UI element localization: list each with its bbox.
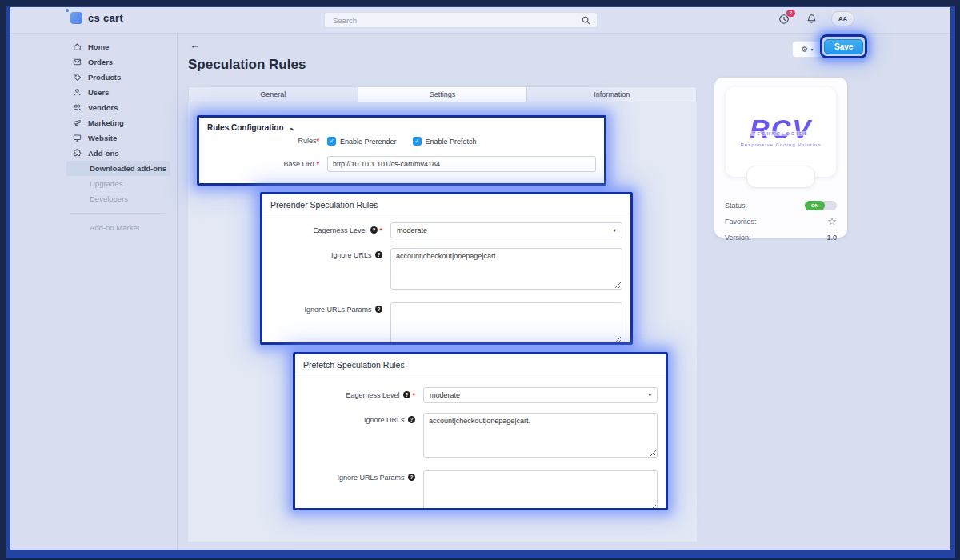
version-row: Version: 1.0	[725, 230, 837, 246]
favorite-star-icon[interactable]: ☆	[827, 217, 837, 226]
marketing-megaphone-icon	[72, 118, 82, 128]
expand-icon[interactable]: ▸	[290, 126, 294, 131]
prerender-eagerness-label: Eagerness Level ? *	[262, 226, 390, 234]
prefetch-ignore-urls-label: Ignore URLs ?	[295, 413, 423, 424]
vendors-people-icon	[72, 103, 82, 113]
help-icon[interactable]: ?	[375, 306, 382, 313]
prerender-eagerness-select[interactable]: moderate ▾	[390, 222, 622, 238]
topbar: cs cart 2 AA	[10, 7, 950, 34]
sidebar-item-home[interactable]: Home	[70, 39, 170, 54]
sidebar-item-upgrades[interactable]: Upgrades	[70, 176, 170, 191]
sidebar-item-orders[interactable]: Orders	[70, 54, 170, 70]
addon-vendor-logo: RCV TECHNOLOGIES Responsive Coding Volut…	[726, 87, 836, 177]
orders-icon	[72, 58, 82, 67]
prerender-ignore-params-textarea[interactable]	[390, 302, 622, 344]
chevron-down-icon: ▾	[614, 227, 616, 234]
prerender-ignore-urls-textarea[interactable]: account|checkout|onepage|cart.	[390, 248, 622, 290]
sidebar-item-addon-market[interactable]: Add-on Market	[70, 220, 170, 235]
enable-prerender-checkbox[interactable]: ✓ Enable Prerender	[327, 137, 397, 146]
website-monitor-icon	[72, 134, 82, 143]
tab-information[interactable]: Information	[527, 87, 696, 102]
help-icon[interactable]: ?	[370, 226, 378, 234]
prerender-eagerness-row: Eagerness Level ? * moderate ▾	[262, 222, 622, 238]
base-url-input[interactable]	[327, 156, 596, 172]
cscart-logo[interactable]: cs cart	[70, 12, 123, 24]
sidebar: Home Orders Products Users Vendors Marke…	[10, 33, 178, 550]
cscart-logo-icon	[70, 12, 82, 24]
checkbox-checked-icon: ✓	[327, 137, 336, 146]
status-toggle-on: ON	[805, 201, 825, 210]
help-icon[interactable]: ?	[403, 391, 410, 398]
user-avatar[interactable]: AA	[831, 11, 854, 26]
base-url-label: Base URL*	[199, 160, 327, 168]
chevron-down-icon: ▾	[810, 46, 813, 52]
page-title: Speculation Rules	[188, 57, 306, 73]
prerender-ignore-urls-row: Ignore URLs ? account|checkout|onepage|c…	[262, 248, 622, 293]
back-button[interactable]: ←	[190, 39, 200, 51]
logo-pill-decoration	[746, 166, 815, 188]
prefetch-panel-title: Prefetch Speculation Rules	[295, 354, 666, 374]
prefetch-eagerness-row: Eagerness Level ? * moderate ▾	[295, 387, 658, 403]
status-toggle[interactable]: ON	[805, 201, 837, 210]
checkbox-checked-icon: ✓	[413, 137, 422, 146]
search-input[interactable]	[331, 15, 582, 26]
tab-settings[interactable]: Settings	[358, 87, 528, 102]
topbar-icons: 2 AA	[777, 11, 854, 26]
prefetch-ignore-urls-row: Ignore URLs ? account|checkout|onepage|c…	[295, 413, 658, 461]
products-tag-icon	[72, 73, 82, 82]
prefetch-eagerness-label: Eagerness Level ? *	[295, 391, 423, 399]
rules-configuration-title: Rules Configuration ▸	[199, 118, 604, 135]
enable-prefetch-checkbox[interactable]: ✓ Enable Prefetch	[413, 137, 477, 146]
addon-info-card: RCV TECHNOLOGIES Responsive Coding Volut…	[714, 78, 847, 238]
rcv-logo-text: RCV	[750, 117, 812, 141]
sidebar-item-downloaded-addons[interactable]: Downloaded add-ons	[66, 161, 170, 176]
window-frame: cs cart 2 AA	[0, 0, 960, 560]
sidebar-divider	[70, 213, 166, 214]
history-icon[interactable]: 2	[777, 12, 791, 26]
rcv-logo-tagline: Responsive Coding Volution	[740, 142, 821, 147]
rules-checkbox-group: ✓ Enable Prerender ✓ Enable Prefetch	[327, 135, 596, 146]
tab-general[interactable]: General	[189, 87, 358, 102]
sidebar-item-products[interactable]: Products	[70, 70, 170, 85]
notifications-bell-icon[interactable]	[804, 12, 818, 26]
sidebar-item-website[interactable]: Website	[70, 130, 170, 146]
save-button[interactable]: Save	[824, 39, 863, 54]
prerender-rules-panel: Prerender Speculation Rules Eagerness Le…	[260, 192, 633, 345]
prefetch-ignore-params-label: Ignore URLs Params ?	[295, 470, 423, 482]
sidebar-item-vendors[interactable]: Vendors	[70, 100, 170, 115]
global-search[interactable]	[324, 12, 598, 28]
user-icon	[72, 88, 82, 98]
prerender-ignore-params-row: Ignore URLs Params ?	[262, 302, 622, 345]
prefetch-ignore-params-row: Ignore URLs Params ?	[295, 470, 658, 510]
rules-configuration-panel: Rules Configuration ▸ Rules* ✓ Enable Pr…	[197, 115, 606, 186]
save-highlight: Save	[820, 34, 867, 58]
help-icon[interactable]: ?	[408, 416, 415, 423]
version-value: 1.0	[826, 234, 837, 242]
rules-row: Rules* ✓ Enable Prerender ✓ Enable Prefe…	[199, 135, 596, 146]
addons-puzzle-icon	[72, 149, 82, 158]
sidebar-item-developers[interactable]: Developers	[70, 191, 170, 206]
gear-icon: ⚙	[802, 45, 809, 54]
prefetch-ignore-params-textarea[interactable]	[423, 470, 658, 510]
favorites-row: Favorites: ☆	[725, 214, 837, 230]
settings-gear-button[interactable]: ⚙ ▾	[792, 41, 822, 58]
chevron-down-icon: ▾	[649, 392, 651, 398]
prefetch-eagerness-select[interactable]: moderate ▾	[423, 387, 658, 403]
sidebar-item-marketing[interactable]: Marketing	[70, 115, 170, 130]
prefetch-rules-panel: Prefetch Speculation Rules Eagerness Lev…	[293, 352, 668, 510]
help-icon[interactable]: ?	[375, 251, 382, 258]
cscart-logo-text: cs cart	[88, 12, 123, 24]
help-icon[interactable]: ?	[408, 474, 415, 481]
rules-label: Rules*	[199, 137, 327, 145]
prerender-panel-title: Prerender Speculation Rules	[262, 194, 630, 214]
sidebar-item-addons[interactable]: Add-ons	[70, 146, 170, 161]
prerender-ignore-urls-label: Ignore URLs ?	[262, 248, 390, 259]
prerender-ignore-params-label: Ignore URLs Params ?	[262, 302, 390, 314]
sidebar-item-users[interactable]: Users	[70, 85, 170, 100]
rcv-logo-subtext: TECHNOLOGIES	[751, 131, 810, 136]
base-url-row: Base URL*	[199, 155, 596, 172]
search-icon[interactable]	[582, 16, 590, 25]
admin-app: cs cart 2 AA	[10, 7, 950, 550]
prefetch-ignore-urls-textarea[interactable]: account|checkout|onepage|cart.	[423, 413, 658, 458]
status-row: Status: ON	[725, 198, 837, 214]
